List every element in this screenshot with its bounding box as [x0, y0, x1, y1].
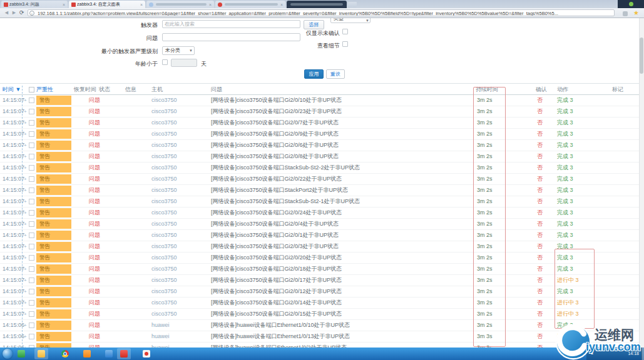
reset-button[interactable]: 重设: [326, 69, 345, 79]
ack-link[interactable]: 否: [537, 129, 543, 139]
row-checkbox[interactable]: [29, 154, 34, 159]
browser-tab-2-active[interactable]: zabbix3.4: 自定义图表 ×: [69, 1, 145, 8]
host-link[interactable]: cisco3750: [151, 230, 177, 241]
action-status-link[interactable]: 进行中 3: [557, 309, 579, 319]
status-problem-text[interactable]: 问题: [89, 151, 100, 162]
action-status-link[interactable]: 完成 3: [557, 129, 573, 139]
expand-icon[interactable]: +: [24, 331, 27, 342]
show-desktop-button[interactable]: [641, 348, 644, 360]
status-problem-text[interactable]: 问题: [89, 230, 100, 241]
row-checkbox[interactable]: [29, 322, 34, 328]
status-problem-text[interactable]: 问题: [89, 241, 100, 252]
column-header-severity[interactable]: 严重性: [36, 86, 53, 94]
browser-tab-3[interactable]: ×: [146, 1, 214, 8]
status-problem-text[interactable]: 问题: [89, 298, 100, 308]
ack-link[interactable]: 否: [537, 298, 543, 308]
status-problem-text[interactable]: 问题: [89, 162, 100, 173]
status-problem-text[interactable]: 问题: [89, 140, 100, 151]
apply-button[interactable]: 应用: [304, 69, 324, 79]
expand-icon[interactable]: +: [24, 162, 27, 173]
problem-time-link[interactable]: 14:15:07: [3, 95, 24, 106]
problem-time-link[interactable]: 14:15:06: [3, 320, 24, 331]
row-checkbox[interactable]: [29, 221, 34, 227]
action-status-link[interactable]: 完成 3: [557, 230, 573, 241]
address-bar[interactable]: 192.168.1.1:1/zabbix.php?action=problem.…: [28, 9, 615, 16]
expand-icon[interactable]: +: [24, 140, 27, 151]
browser-tab-1[interactable]: zabbix3.4: 问题 ×: [1, 1, 68, 8]
age-days-input[interactable]: [171, 59, 197, 67]
age-checkbox[interactable]: [162, 59, 168, 65]
expand-icon[interactable]: +: [24, 196, 27, 207]
problem-link[interactable]: [网络设备]cisco3750设备端口Gi2/0/23处于非UP状态: [211, 106, 342, 117]
action-status-link[interactable]: 完成 3: [557, 196, 573, 207]
expand-icon[interactable]: +: [24, 219, 27, 229]
min-severity-select[interactable]: 未分类 ▼: [162, 46, 195, 55]
problem-time-link[interactable]: 14:15:07: [3, 264, 24, 274]
ack-link[interactable]: 否: [537, 95, 543, 106]
problem-link[interactable]: [网络设备]cisco3750设备端口Gi2/0/8处于非UP状态: [211, 151, 339, 162]
problem-time-link[interactable]: 14:15:07: [3, 230, 24, 241]
action-status-link[interactable]: 完成 3: [557, 162, 573, 173]
status-problem-text[interactable]: 问题: [89, 219, 100, 229]
tab-close-icon[interactable]: ×: [140, 2, 143, 7]
ack-link[interactable]: 否: [537, 309, 543, 319]
action-status-link[interactable]: 完成 3: [557, 252, 573, 263]
inventory-type-select[interactable]: 类型 ▼: [330, 18, 371, 23]
problem-link[interactable]: [网络设备]cisco3750设备端口Gi2/0/22处于非UP状态: [211, 174, 342, 184]
problem-link[interactable]: [网络设备]cisco3750设备端口Gi2/0/1处于非UP状态: [211, 230, 339, 241]
expand-icon[interactable]: +: [24, 118, 27, 128]
problem-link[interactable]: [网络设备]cisco3750设备端口StackSub-St2-1处于非UP状态: [211, 196, 360, 207]
problem-time-link[interactable]: 14:15:07: [3, 208, 24, 218]
action-status-link[interactable]: 进行中 3: [557, 275, 579, 286]
site-info-icon[interactable]: i: [29, 11, 34, 16]
ack-link[interactable]: 否: [537, 174, 543, 184]
action-status-link[interactable]: 完成 3: [557, 95, 573, 106]
row-checkbox[interactable]: [29, 300, 34, 306]
row-checkbox[interactable]: [29, 278, 34, 283]
problem-link[interactable]: [网络设备]cisco3750设备端口Gi2/0/15处于非UP状态: [211, 309, 342, 319]
expand-icon[interactable]: +: [24, 185, 27, 196]
ack-link[interactable]: 否: [537, 118, 543, 128]
folder-icon[interactable]: [38, 350, 45, 358]
action-status-link[interactable]: 完成 3: [557, 151, 573, 162]
system-tray[interactable]: ▲ 14:18: [586, 348, 644, 360]
problem-time-link[interactable]: 14:15:07: [3, 309, 24, 319]
row-checkbox[interactable]: [29, 255, 34, 261]
tab-close-icon[interactable]: ×: [209, 2, 212, 7]
status-problem-text[interactable]: 问题: [89, 208, 100, 218]
browser-tab-5[interactable]: [287, 1, 347, 8]
problem-time-link[interactable]: 14:15:07: [3, 252, 24, 263]
host-link[interactable]: cisco3750: [151, 140, 177, 151]
ack-link[interactable]: 否: [537, 286, 543, 297]
ack-link[interactable]: 否: [537, 140, 543, 151]
chrome-icon[interactable]: [61, 350, 69, 358]
blue-app-icon[interactable]: [105, 350, 113, 358]
action-status-link[interactable]: 完成 3: [557, 208, 573, 218]
row-checkbox[interactable]: [29, 244, 34, 249]
unacknowledged-only-checkbox[interactable]: [342, 29, 348, 34]
new-tab-button[interactable]: [348, 2, 357, 8]
problem-time-link[interactable]: 14:15:07: [3, 174, 24, 184]
ack-link[interactable]: 否: [537, 196, 543, 207]
green-app-icon[interactable]: [18, 350, 25, 358]
problem-link[interactable]: [网络设备]cisco3750设备端口Gi2/0/17处于非UP状态: [211, 275, 342, 286]
action-status-link[interactable]: 完成 3: [557, 118, 573, 128]
status-problem-text[interactable]: 问题: [89, 129, 100, 139]
host-link[interactable]: cisco3750: [151, 106, 177, 117]
expand-icon[interactable]: +: [24, 264, 27, 274]
problem-time-link[interactable]: 14:15:07: [3, 118, 24, 128]
ack-link[interactable]: 否: [537, 219, 543, 229]
scrollbar-thumb[interactable]: [640, 38, 643, 74]
expand-icon[interactable]: +: [24, 95, 27, 106]
orange-app-icon[interactable]: [83, 350, 91, 358]
host-link[interactable]: cisco3750: [151, 275, 177, 286]
action-status-link[interactable]: 完成 3: [557, 185, 573, 196]
host-link[interactable]: cisco3750: [151, 241, 177, 252]
status-problem-text[interactable]: 问题: [89, 106, 100, 117]
host-link[interactable]: huawei: [151, 320, 170, 331]
trigger-search-input[interactable]: [162, 20, 300, 28]
host-link[interactable]: cisco3750: [151, 264, 177, 274]
problem-link[interactable]: [网络设备]huawei设备端口Ethernet1/0/13处于非UP状态: [211, 331, 350, 342]
problem-time-link[interactable]: 14:15:07: [3, 286, 24, 297]
action-status-link[interactable]: 进行中 3: [557, 298, 579, 308]
